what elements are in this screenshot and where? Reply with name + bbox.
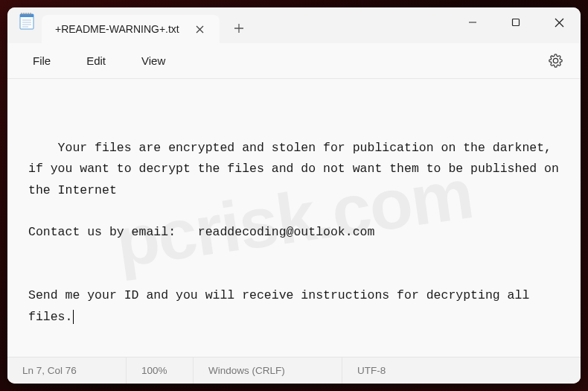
text-caret (73, 310, 74, 324)
menu-file[interactable]: File (18, 50, 65, 71)
status-zoom[interactable]: 100% (127, 357, 194, 384)
menu-view[interactable]: View (127, 50, 180, 71)
close-window-button[interactable] (537, 7, 581, 37)
active-tab[interactable]: +README-WARNING+.txt (42, 15, 220, 43)
document-text: Your files are encrypted and stolen for … (28, 141, 566, 324)
maximize-button[interactable] (494, 7, 537, 37)
svg-rect-16 (513, 19, 520, 26)
notepad-app-icon (19, 12, 34, 30)
text-editor-area[interactable]: pcrisk.com Your files are encrypted and … (7, 79, 581, 357)
minimize-icon (468, 18, 477, 27)
menubar: File Edit View (7, 43, 581, 79)
plus-icon (234, 23, 244, 34)
titlebar: +README-WARNING+.txt (7, 7, 581, 43)
status-line-ending[interactable]: Windows (CRLF) (194, 357, 342, 384)
tab-close-button[interactable] (190, 19, 211, 39)
minimize-button[interactable] (451, 7, 494, 37)
gear-icon (549, 54, 563, 68)
close-icon (555, 18, 564, 28)
statusbar: Ln 7, Col 76 100% Windows (CRLF) UTF-8 (7, 357, 581, 384)
notepad-window: +README-WARNING+.txt (7, 7, 581, 384)
settings-button[interactable] (543, 49, 567, 73)
status-encoding[interactable]: UTF-8 (342, 357, 581, 384)
tab-title: +README-WARNING+.txt (55, 23, 179, 35)
window-controls (451, 7, 581, 43)
svg-rect-1 (20, 14, 33, 17)
menu-edit[interactable]: Edit (71, 50, 121, 71)
watermark: pcrisk.com (108, 133, 480, 303)
close-icon (196, 25, 204, 34)
new-tab-button[interactable] (226, 15, 252, 42)
maximize-icon (511, 18, 520, 27)
status-cursor-position[interactable]: Ln 7, Col 76 (7, 357, 127, 384)
